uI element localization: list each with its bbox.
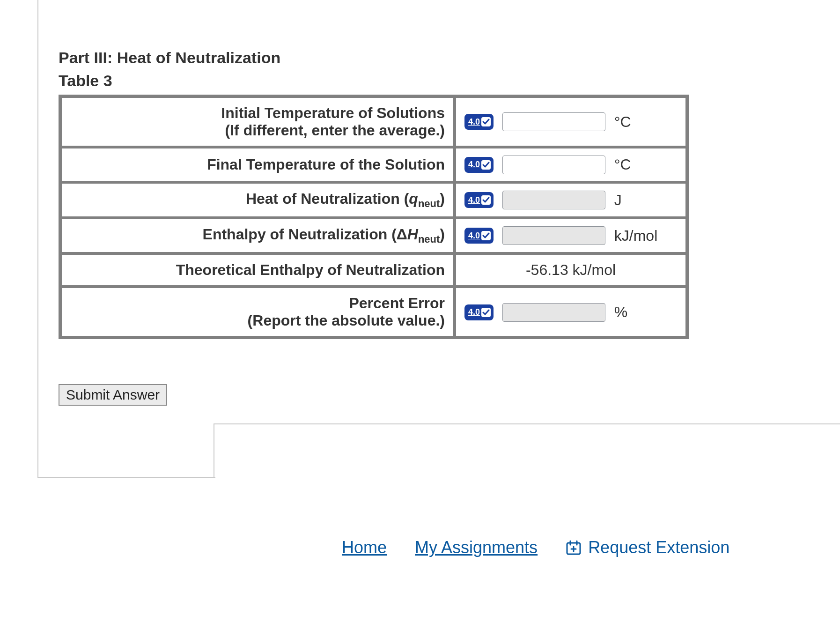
submit-answer-button[interactable]: Submit Answer <box>59 384 167 406</box>
table-row: Initial Temperature of Solutions (If dif… <box>61 97 686 146</box>
card-border-segment <box>214 423 840 424</box>
table-row: Theoretical Enthalpy of Neutralization -… <box>61 254 686 286</box>
sigfig-badge[interactable]: 4.0 <box>464 304 494 320</box>
unit-label: % <box>614 304 627 320</box>
answer-input[interactable] <box>502 112 605 131</box>
check-icon <box>481 231 491 240</box>
unit-label: °C <box>614 156 631 173</box>
answer-input[interactable] <box>502 156 605 174</box>
card-border-segment <box>214 423 214 477</box>
unit-label: °C <box>614 113 631 130</box>
row-value: 4.0 °C <box>456 97 686 146</box>
check-icon <box>481 308 491 317</box>
row-static-value: -56.13 kJ/mol <box>456 254 686 286</box>
row-value: 4.0 % <box>456 288 686 336</box>
sigfig-badge[interactable]: 4.0 <box>464 192 494 208</box>
question-section: Part III: Heat of Neutralization Table 3… <box>59 49 798 406</box>
row-label: Final Temperature of the Solution <box>61 148 454 181</box>
table-row: Percent Error (Report the absolute value… <box>61 288 686 336</box>
row-value: 4.0 °C <box>456 148 686 181</box>
request-extension-label: Request Extension <box>588 538 729 557</box>
table-3: Initial Temperature of Solutions (If dif… <box>59 95 689 339</box>
table-title: Table 3 <box>59 72 798 90</box>
my-assignments-link[interactable]: My Assignments <box>415 538 538 557</box>
check-icon <box>481 160 491 170</box>
sigfig-badge[interactable]: 4.0 <box>464 157 494 173</box>
table-row: Final Temperature of the Solution 4.0 °C <box>61 148 686 181</box>
row-value: 4.0 J <box>456 183 686 217</box>
unit-label: J <box>614 192 622 208</box>
row-label: Heat of Neutralization (qneut) <box>61 183 454 217</box>
row-label: Initial Temperature of Solutions (If dif… <box>61 97 454 146</box>
footer-nav: Home My Assignments Request Extension <box>0 538 840 557</box>
calendar-plus-icon <box>566 540 582 556</box>
answer-input[interactable] <box>502 191 605 209</box>
row-label: Enthalpy of Neutralization (ΔHneut) <box>61 219 454 252</box>
row-label: Theoretical Enthalpy of Neutralization <box>61 254 454 286</box>
table-row: Enthalpy of Neutralization (ΔHneut) 4.0 … <box>61 219 686 252</box>
check-icon <box>481 195 491 205</box>
card-left-border <box>37 0 38 426</box>
home-link[interactable]: Home <box>342 538 387 557</box>
card-border-segment <box>37 424 38 478</box>
card-border-segment <box>37 477 215 478</box>
row-label: Percent Error (Report the absolute value… <box>61 288 454 336</box>
answer-input[interactable] <box>502 226 605 245</box>
answer-input[interactable] <box>502 303 605 322</box>
table-row: Heat of Neutralization (qneut) 4.0 J <box>61 183 686 217</box>
unit-label: kJ/mol <box>614 227 657 244</box>
sigfig-badge[interactable]: 4.0 <box>464 228 494 244</box>
row-value: 4.0 kJ/mol <box>456 219 686 252</box>
sigfig-badge[interactable]: 4.0 <box>464 114 494 130</box>
request-extension-link[interactable]: Request Extension <box>566 538 729 557</box>
check-icon <box>481 117 491 126</box>
part-title: Part III: Heat of Neutralization <box>59 49 798 67</box>
